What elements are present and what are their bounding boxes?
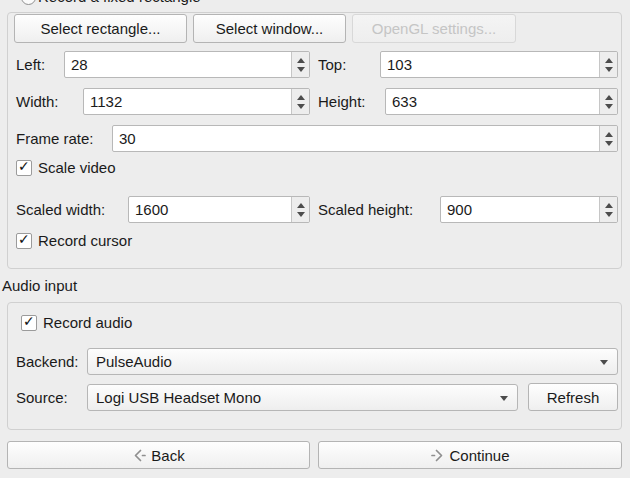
opengl-settings-button: OpenGL settings...	[352, 14, 516, 43]
frame-rate-input[interactable]	[113, 126, 599, 151]
scaled-height-spin-buttons[interactable]	[599, 197, 617, 222]
cropped-radio-button[interactable]	[21, 0, 36, 5]
check-icon: ✓	[23, 313, 35, 329]
check-icon: ✓	[18, 158, 30, 174]
continue-button-label: Continue	[449, 447, 509, 464]
backend-label: Backend:	[16, 353, 79, 370]
record-cursor-label[interactable]: Record cursor	[38, 232, 132, 249]
frame-rate-spinbox[interactable]	[112, 125, 618, 152]
spin-down-icon[interactable]	[605, 104, 613, 109]
audio-input-title: Audio input	[2, 277, 77, 294]
chevron-down-icon	[600, 360, 608, 365]
scaled-width-spinbox[interactable]	[128, 196, 310, 223]
scaled-height-spinbox[interactable]	[440, 196, 618, 223]
frame-rate-spin-buttons[interactable]	[599, 126, 617, 151]
spin-up-icon[interactable]	[297, 95, 305, 100]
source-combobox[interactable]: Logi USB Headset Mono	[87, 384, 518, 411]
frame-rate-label: Frame rate:	[16, 130, 94, 147]
spin-down-icon[interactable]	[605, 67, 613, 72]
width-input[interactable]	[84, 89, 291, 114]
spin-down-icon[interactable]	[605, 212, 613, 217]
backend-value: PulseAudio	[96, 353, 172, 370]
continue-button[interactable]: Continue	[318, 441, 622, 469]
backend-combobox[interactable]: PulseAudio	[87, 348, 618, 375]
recording-settings-page: Record a fixed rectangle Select rectangl…	[0, 0, 630, 478]
spin-up-icon[interactable]	[605, 203, 613, 208]
source-label: Source:	[16, 389, 68, 406]
scaled-width-input[interactable]	[129, 197, 291, 222]
record-audio-checkbox[interactable]: ✓	[21, 315, 37, 331]
source-value: Logi USB Headset Mono	[96, 389, 261, 406]
refresh-button[interactable]: Refresh	[528, 383, 618, 411]
spin-down-icon[interactable]	[297, 104, 305, 109]
top-spinbox[interactable]	[380, 51, 618, 78]
spin-down-icon[interactable]	[297, 67, 305, 72]
width-spinbox[interactable]	[83, 88, 310, 115]
go-forward-icon	[430, 448, 445, 463]
left-spin-buttons[interactable]	[291, 52, 309, 77]
select-rectangle-button[interactable]: Select rectangle...	[14, 14, 187, 43]
top-label: Top:	[318, 56, 346, 73]
back-button-label: Back	[151, 447, 184, 464]
go-back-icon	[132, 448, 147, 463]
height-spin-buttons[interactable]	[599, 89, 617, 114]
height-input[interactable]	[386, 89, 599, 114]
record-audio-label[interactable]: Record audio	[43, 314, 132, 331]
top-input[interactable]	[381, 52, 599, 77]
left-input[interactable]	[65, 52, 291, 77]
width-spin-buttons[interactable]	[291, 89, 309, 114]
spin-up-icon[interactable]	[605, 132, 613, 137]
top-spin-buttons[interactable]	[599, 52, 617, 77]
scaled-height-input[interactable]	[441, 197, 599, 222]
check-icon: ✓	[18, 231, 30, 247]
back-button[interactable]: Back	[7, 441, 310, 469]
spin-down-icon[interactable]	[605, 141, 613, 146]
left-label: Left:	[16, 56, 45, 73]
scale-video-checkbox[interactable]: ✓	[16, 160, 32, 176]
chevron-down-icon	[500, 396, 508, 401]
select-window-button[interactable]: Select window...	[193, 14, 346, 43]
spin-up-icon[interactable]	[297, 203, 305, 208]
spin-up-icon[interactable]	[605, 95, 613, 100]
height-spinbox[interactable]	[385, 88, 618, 115]
height-label: Height:	[318, 93, 366, 110]
record-cursor-checkbox[interactable]: ✓	[16, 233, 32, 249]
width-label: Width:	[16, 93, 59, 110]
scaled-width-spin-buttons[interactable]	[291, 197, 309, 222]
spin-down-icon[interactable]	[297, 212, 305, 217]
cropped-radio-label: Record a fixed rectangle	[38, 0, 298, 5]
scaled-height-label: Scaled height:	[318, 201, 413, 218]
scaled-width-label: Scaled width:	[16, 201, 105, 218]
spin-up-icon[interactable]	[297, 58, 305, 63]
spin-up-icon[interactable]	[605, 58, 613, 63]
left-spinbox[interactable]	[64, 51, 310, 78]
scale-video-label[interactable]: Scale video	[38, 159, 116, 176]
